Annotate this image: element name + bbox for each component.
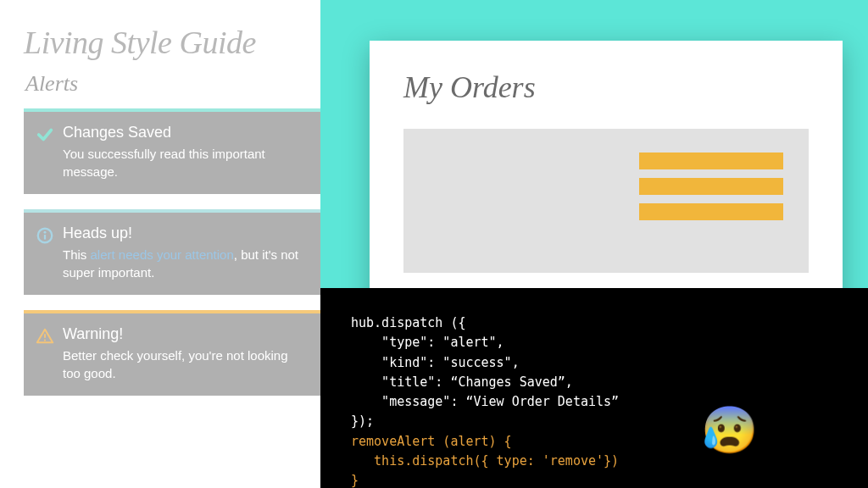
alert-message: Better check yourself, you're not lookin… [63, 347, 309, 382]
check-icon [36, 125, 54, 144]
code-line: hub.dispatch ({ [351, 313, 837, 333]
alert-link[interactable]: alert needs your attention [91, 247, 234, 262]
code-snippet: hub.dispatch ({ "type": "alert", "kind":… [320, 288, 868, 488]
svg-rect-2 [44, 235, 46, 240]
page-title: Living Style Guide [24, 24, 320, 61]
order-action-button[interactable] [639, 203, 783, 220]
code-line: }); [351, 412, 837, 431]
alert-message: You successfully read this important mes… [63, 145, 309, 180]
info-icon [36, 226, 54, 245]
alert-warning: Warning! Better check yourself, you're n… [24, 310, 320, 396]
code-line: "message": “View Order Details” [351, 392, 837, 412]
alert-message: This alert needs your attention, but it'… [63, 246, 309, 281]
code-line: this.dispatch({ type: 'remove'}) [351, 452, 837, 471]
code-line: } [351, 471, 837, 488]
alert-success: Changes Saved You successfully read this… [24, 108, 320, 194]
code-line: "title": “Changes Saved”, [351, 373, 837, 392]
alert-title: Heads up! [63, 225, 309, 242]
alert-title: Warning! [63, 325, 309, 343]
svg-point-4 [44, 339, 46, 341]
anxious-emoji-icon: 😰 [701, 395, 758, 466]
code-line: removeAlert (alert) { [351, 432, 837, 452]
svg-point-1 [44, 231, 47, 234]
styleguide-panel: Living Style Guide Alerts Changes Saved … [0, 0, 320, 488]
order-placeholder [403, 129, 809, 273]
alert-text: This [63, 247, 91, 262]
section-subtitle: Alerts [25, 71, 320, 97]
alert-title: Changes Saved [63, 124, 309, 141]
code-line: "kind": "success", [351, 353, 837, 373]
code-line: "type": "alert", [351, 333, 837, 352]
order-action-button[interactable] [639, 178, 783, 195]
svg-rect-3 [44, 334, 46, 338]
alert-info: Heads up! This alert needs your attentio… [24, 209, 320, 295]
warning-icon [36, 327, 54, 346]
orders-title: My Orders [403, 69, 809, 105]
order-action-button[interactable] [639, 152, 783, 169]
